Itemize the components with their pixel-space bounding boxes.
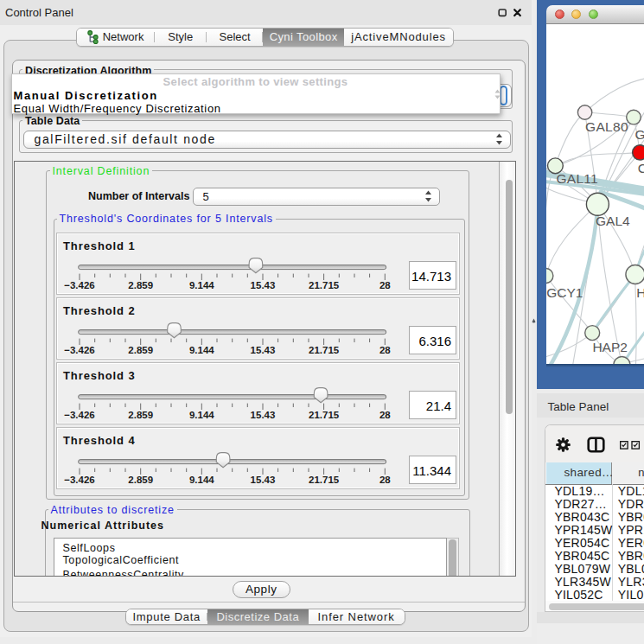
svg-text:GAL80: GAL80 [585,119,628,134]
svg-text:GAL4: GAL4 [596,214,630,228]
svg-text:GCY1: GCY1 [546,285,583,300]
svg-text:H: H [636,285,644,300]
svg-text:GAL11: GAL11 [556,171,598,186]
svg-text:GA: GA [634,127,644,142]
svg-text:C: C [637,161,644,175]
svg-text:HAP2: HAP2 [592,340,628,354]
